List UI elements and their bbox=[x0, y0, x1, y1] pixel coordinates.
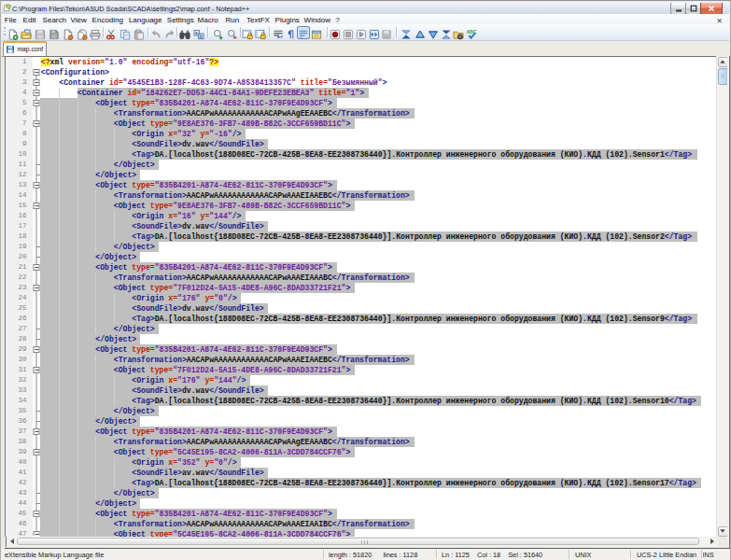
svg-text:b: b bbox=[200, 34, 203, 38]
svg-text:a: a bbox=[195, 30, 198, 35]
